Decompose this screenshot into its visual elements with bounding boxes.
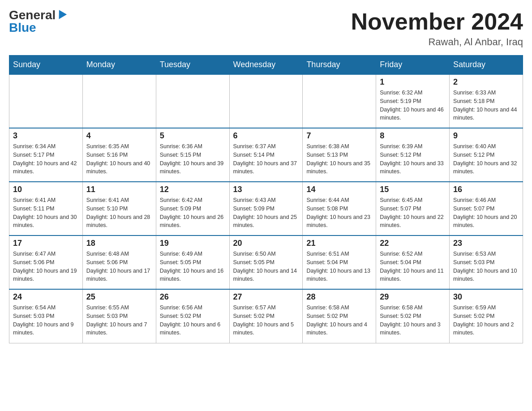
day-of-week-header: Monday (82, 56, 156, 75)
day-info: Sunrise: 6:45 AMSunset: 5:07 PMDaylight:… (380, 196, 446, 230)
day-info: Sunrise: 6:36 AMSunset: 5:15 PMDaylight:… (160, 142, 226, 176)
calendar-header: SundayMondayTuesdayWednesdayThursdayFrid… (9, 56, 523, 75)
day-info: Sunrise: 6:58 AMSunset: 5:02 PMDaylight:… (306, 304, 372, 337)
days-of-week-row: SundayMondayTuesdayWednesdayThursdayFrid… (9, 56, 523, 75)
title-block: November 2024 Rawah, Al Anbar, Iraq (351, 9, 523, 48)
day-info: Sunrise: 6:32 AMSunset: 5:19 PMDaylight:… (380, 89, 446, 122)
day-number: 18 (86, 239, 152, 248)
calendar-cell: 6Sunrise: 6:37 AMSunset: 5:14 PMDaylight… (229, 128, 303, 182)
day-info: Sunrise: 6:42 AMSunset: 5:09 PMDaylight:… (160, 196, 226, 230)
page-header: General Blue November 2024 Rawah, Al Anb… (9, 9, 523, 48)
calendar-cell: 30Sunrise: 6:59 AMSunset: 5:02 PMDayligh… (450, 289, 523, 343)
calendar-cell: 9Sunrise: 6:40 AMSunset: 5:12 PMDaylight… (450, 128, 523, 182)
calendar-cell: 14Sunrise: 6:44 AMSunset: 5:08 PMDayligh… (303, 182, 376, 235)
day-number: 13 (233, 185, 299, 194)
logo-line2: Blue (9, 21, 36, 34)
day-info: Sunrise: 6:34 AMSunset: 5:17 PMDaylight:… (13, 142, 79, 176)
logo-blue-text: Blue (9, 21, 36, 34)
day-info: Sunrise: 6:33 AMSunset: 5:18 PMDaylight:… (453, 89, 519, 122)
day-info: Sunrise: 6:41 AMSunset: 5:10 PMDaylight:… (86, 196, 152, 230)
calendar-cell: 5Sunrise: 6:36 AMSunset: 5:15 PMDaylight… (156, 128, 229, 182)
day-of-week-header: Friday (376, 56, 450, 75)
day-info: Sunrise: 6:46 AMSunset: 5:07 PMDaylight:… (453, 196, 519, 230)
calendar-week-row: 3Sunrise: 6:34 AMSunset: 5:17 PMDaylight… (9, 128, 523, 182)
day-info: Sunrise: 6:35 AMSunset: 5:16 PMDaylight:… (86, 142, 152, 176)
day-info: Sunrise: 6:43 AMSunset: 5:09 PMDaylight:… (233, 196, 299, 230)
day-number: 10 (13, 185, 79, 194)
day-info: Sunrise: 6:48 AMSunset: 5:06 PMDaylight:… (86, 250, 152, 283)
day-info: Sunrise: 6:53 AMSunset: 5:03 PMDaylight:… (453, 250, 519, 283)
day-number: 4 (86, 131, 152, 141)
day-number: 7 (306, 131, 372, 141)
day-of-week-header: Thursday (303, 56, 376, 75)
day-info: Sunrise: 6:56 AMSunset: 5:02 PMDaylight:… (160, 304, 226, 337)
day-info: Sunrise: 6:38 AMSunset: 5:13 PMDaylight:… (306, 142, 372, 176)
calendar-cell: 27Sunrise: 6:57 AMSunset: 5:02 PMDayligh… (229, 289, 303, 343)
calendar-cell: 21Sunrise: 6:51 AMSunset: 5:04 PMDayligh… (303, 235, 376, 289)
day-info: Sunrise: 6:51 AMSunset: 5:04 PMDaylight:… (306, 250, 372, 283)
calendar-table: SundayMondayTuesdayWednesdayThursdayFrid… (9, 55, 523, 343)
calendar-cell (303, 74, 376, 128)
day-of-week-header: Saturday (450, 56, 523, 75)
day-info: Sunrise: 6:49 AMSunset: 5:05 PMDaylight:… (160, 250, 226, 283)
day-number: 19 (160, 239, 226, 248)
calendar-cell: 22Sunrise: 6:52 AMSunset: 5:04 PMDayligh… (376, 235, 450, 289)
calendar-cell: 1Sunrise: 6:32 AMSunset: 5:19 PMDaylight… (376, 74, 450, 128)
calendar-cell: 4Sunrise: 6:35 AMSunset: 5:16 PMDaylight… (82, 128, 156, 182)
day-number: 16 (453, 185, 519, 194)
calendar-cell: 23Sunrise: 6:53 AMSunset: 5:03 PMDayligh… (450, 235, 523, 289)
day-info: Sunrise: 6:58 AMSunset: 5:02 PMDaylight:… (380, 304, 446, 337)
calendar-cell: 24Sunrise: 6:54 AMSunset: 5:03 PMDayligh… (9, 289, 83, 343)
day-info: Sunrise: 6:47 AMSunset: 5:06 PMDaylight:… (13, 250, 79, 283)
calendar-cell: 19Sunrise: 6:49 AMSunset: 5:05 PMDayligh… (156, 235, 229, 289)
calendar-cell: 25Sunrise: 6:55 AMSunset: 5:03 PMDayligh… (82, 289, 156, 343)
day-number: 9 (453, 131, 519, 141)
day-number: 22 (380, 239, 446, 248)
day-info: Sunrise: 6:59 AMSunset: 5:02 PMDaylight:… (453, 304, 519, 337)
day-info: Sunrise: 6:41 AMSunset: 5:11 PMDaylight:… (13, 196, 79, 230)
day-of-week-header: Tuesday (156, 56, 229, 75)
day-info: Sunrise: 6:39 AMSunset: 5:12 PMDaylight:… (380, 142, 446, 176)
day-number: 5 (160, 131, 226, 141)
calendar-week-row: 17Sunrise: 6:47 AMSunset: 5:06 PMDayligh… (9, 235, 523, 289)
day-number: 14 (306, 185, 372, 194)
calendar-cell (156, 74, 229, 128)
calendar-subtitle: Rawah, Al Anbar, Iraq (351, 36, 523, 48)
day-info: Sunrise: 6:57 AMSunset: 5:02 PMDaylight:… (233, 304, 299, 337)
calendar-cell: 26Sunrise: 6:56 AMSunset: 5:02 PMDayligh… (156, 289, 229, 343)
calendar-cell (82, 74, 156, 128)
day-number: 30 (453, 292, 519, 302)
day-number: 27 (233, 292, 299, 302)
logo-triangle-icon (55, 10, 67, 21)
day-number: 26 (160, 292, 226, 302)
logo-general-text: General (9, 8, 56, 22)
calendar-cell: 16Sunrise: 6:46 AMSunset: 5:07 PMDayligh… (450, 182, 523, 235)
calendar-title: November 2024 (351, 9, 523, 34)
calendar-week-row: 24Sunrise: 6:54 AMSunset: 5:03 PMDayligh… (9, 289, 523, 343)
calendar-cell: 2Sunrise: 6:33 AMSunset: 5:18 PMDaylight… (450, 74, 523, 128)
day-number: 15 (380, 185, 446, 194)
day-number: 3 (13, 131, 79, 141)
day-number: 8 (380, 131, 446, 141)
day-info: Sunrise: 6:52 AMSunset: 5:04 PMDaylight:… (380, 250, 446, 283)
day-number: 23 (453, 239, 519, 248)
day-of-week-header: Wednesday (229, 56, 303, 75)
calendar-cell: 11Sunrise: 6:41 AMSunset: 5:10 PMDayligh… (82, 182, 156, 235)
day-number: 12 (160, 185, 226, 194)
calendar-cell: 29Sunrise: 6:58 AMSunset: 5:02 PMDayligh… (376, 289, 450, 343)
calendar-cell (229, 74, 303, 128)
calendar-week-row: 1Sunrise: 6:32 AMSunset: 5:19 PMDaylight… (9, 74, 523, 128)
logo: General Blue (9, 9, 65, 34)
logo-line1: General (9, 9, 65, 21)
calendar-cell: 12Sunrise: 6:42 AMSunset: 5:09 PMDayligh… (156, 182, 229, 235)
calendar-cell (9, 74, 83, 128)
calendar-cell: 15Sunrise: 6:45 AMSunset: 5:07 PMDayligh… (376, 182, 450, 235)
calendar-cell: 7Sunrise: 6:38 AMSunset: 5:13 PMDaylight… (303, 128, 376, 182)
day-info: Sunrise: 6:37 AMSunset: 5:14 PMDaylight:… (233, 142, 299, 176)
calendar-cell: 17Sunrise: 6:47 AMSunset: 5:06 PMDayligh… (9, 235, 83, 289)
day-number: 21 (306, 239, 372, 248)
day-info: Sunrise: 6:50 AMSunset: 5:05 PMDaylight:… (233, 250, 299, 283)
day-of-week-header: Sunday (9, 56, 83, 75)
day-number: 11 (86, 185, 152, 194)
calendar-cell: 18Sunrise: 6:48 AMSunset: 5:06 PMDayligh… (82, 235, 156, 289)
